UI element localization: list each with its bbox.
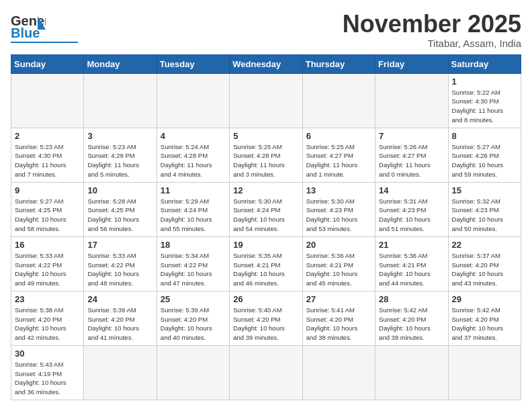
day-info: Sunrise: 5:42 AM Sunset: 4:20 PM Dayligh… bbox=[379, 306, 444, 342]
day-number: 9 bbox=[15, 185, 80, 195]
day-number: 11 bbox=[161, 185, 226, 195]
calendar-cell: 13Sunrise: 5:30 AM Sunset: 4:23 PM Dayli… bbox=[302, 182, 375, 236]
calendar-cell: 12Sunrise: 5:30 AM Sunset: 4:24 PM Dayli… bbox=[230, 182, 302, 236]
week-row-5: 30Sunrise: 5:43 AM Sunset: 4:19 PM Dayli… bbox=[11, 345, 521, 400]
day-info: Sunrise: 5:36 AM Sunset: 4:21 PM Dayligh… bbox=[306, 251, 371, 288]
calendar-cell: 20Sunrise: 5:36 AM Sunset: 4:21 PM Dayli… bbox=[302, 236, 375, 291]
day-number: 1 bbox=[452, 77, 517, 87]
day-info: Sunrise: 5:23 AM Sunset: 4:30 PM Dayligh… bbox=[15, 142, 80, 179]
weekday-header-saturday: Saturday bbox=[448, 54, 521, 73]
day-number: 19 bbox=[233, 240, 298, 250]
day-number: 29 bbox=[452, 294, 517, 304]
weekday-header-row: SundayMondayTuesdayWednesdayThursdayFrid… bbox=[11, 54, 521, 73]
day-number: 2 bbox=[15, 131, 80, 141]
day-info: Sunrise: 5:26 AM Sunset: 4:27 PM Dayligh… bbox=[379, 142, 444, 179]
day-info: Sunrise: 5:33 AM Sunset: 4:22 PM Dayligh… bbox=[87, 251, 152, 288]
day-number: 20 bbox=[306, 240, 371, 250]
calendar-cell: 19Sunrise: 5:35 AM Sunset: 4:21 PM Dayli… bbox=[230, 236, 302, 291]
calendar-cell bbox=[84, 73, 157, 128]
day-number: 13 bbox=[306, 185, 371, 195]
day-number: 10 bbox=[87, 185, 152, 195]
day-info: Sunrise: 5:31 AM Sunset: 4:23 PM Dayligh… bbox=[379, 197, 444, 234]
day-info: Sunrise: 5:38 AM Sunset: 4:20 PM Dayligh… bbox=[15, 306, 80, 342]
weekday-header-monday: Monday bbox=[84, 54, 157, 73]
location-subtitle: Titabar, Assam, India bbox=[343, 38, 521, 49]
day-number: 8 bbox=[452, 131, 517, 141]
month-title: November 2025 bbox=[343, 11, 521, 38]
calendar-cell bbox=[157, 73, 229, 128]
week-row-2: 9Sunrise: 5:27 AM Sunset: 4:25 PM Daylig… bbox=[11, 182, 521, 236]
calendar-cell: 15Sunrise: 5:32 AM Sunset: 4:23 PM Dayli… bbox=[448, 182, 521, 236]
weekday-header-thursday: Thursday bbox=[302, 54, 375, 73]
calendar-cell: 11Sunrise: 5:29 AM Sunset: 4:24 PM Dayli… bbox=[157, 182, 229, 236]
calendar-cell: 23Sunrise: 5:38 AM Sunset: 4:20 PM Dayli… bbox=[11, 291, 84, 345]
day-number: 18 bbox=[161, 240, 226, 250]
logo-icon: General Blue bbox=[11, 11, 46, 40]
week-row-0: 1Sunrise: 5:22 AM Sunset: 4:30 PM Daylig… bbox=[11, 73, 521, 128]
day-number: 27 bbox=[306, 294, 371, 304]
calendar-cell bbox=[230, 345, 302, 400]
calendar-cell: 1Sunrise: 5:22 AM Sunset: 4:30 PM Daylig… bbox=[448, 73, 521, 128]
day-number: 6 bbox=[306, 131, 371, 141]
weekday-header-friday: Friday bbox=[375, 54, 448, 73]
calendar-cell: 26Sunrise: 5:40 AM Sunset: 4:20 PM Dayli… bbox=[230, 291, 302, 345]
day-info: Sunrise: 5:34 AM Sunset: 4:22 PM Dayligh… bbox=[161, 251, 226, 288]
day-number: 12 bbox=[233, 185, 298, 195]
week-row-1: 2Sunrise: 5:23 AM Sunset: 4:30 PM Daylig… bbox=[11, 128, 521, 182]
calendar-cell: 2Sunrise: 5:23 AM Sunset: 4:30 PM Daylig… bbox=[11, 128, 84, 182]
day-number: 7 bbox=[379, 131, 444, 141]
day-info: Sunrise: 5:39 AM Sunset: 4:20 PM Dayligh… bbox=[87, 306, 152, 342]
logo: General Blue bbox=[11, 11, 78, 43]
day-number: 14 bbox=[379, 185, 444, 195]
title-block: November 2025 Titabar, Assam, India bbox=[343, 11, 521, 49]
calendar-cell: 27Sunrise: 5:41 AM Sunset: 4:20 PM Dayli… bbox=[302, 291, 375, 345]
weekday-header-sunday: Sunday bbox=[11, 54, 84, 73]
day-info: Sunrise: 5:43 AM Sunset: 4:19 PM Dayligh… bbox=[15, 360, 80, 397]
day-info: Sunrise: 5:23 AM Sunset: 4:29 PM Dayligh… bbox=[87, 142, 152, 179]
day-info: Sunrise: 5:25 AM Sunset: 4:28 PM Dayligh… bbox=[233, 142, 298, 179]
day-info: Sunrise: 5:27 AM Sunset: 4:25 PM Dayligh… bbox=[15, 197, 80, 234]
day-number: 28 bbox=[379, 294, 444, 304]
page-header: General Blue November 2025 Titabar, Assa… bbox=[11, 11, 521, 49]
calendar-cell: 4Sunrise: 5:24 AM Sunset: 4:28 PM Daylig… bbox=[157, 128, 229, 182]
calendar-cell: 24Sunrise: 5:39 AM Sunset: 4:20 PM Dayli… bbox=[84, 291, 157, 345]
day-info: Sunrise: 5:24 AM Sunset: 4:28 PM Dayligh… bbox=[161, 142, 226, 179]
day-number: 30 bbox=[15, 349, 80, 359]
day-number: 15 bbox=[452, 185, 517, 195]
day-number: 5 bbox=[233, 131, 298, 141]
calendar-cell bbox=[157, 345, 229, 400]
calendar-cell: 9Sunrise: 5:27 AM Sunset: 4:25 PM Daylig… bbox=[11, 182, 84, 236]
day-info: Sunrise: 5:29 AM Sunset: 4:24 PM Dayligh… bbox=[161, 197, 226, 234]
day-info: Sunrise: 5:25 AM Sunset: 4:27 PM Dayligh… bbox=[306, 142, 371, 179]
day-number: 3 bbox=[87, 131, 152, 141]
weekday-header-tuesday: Tuesday bbox=[157, 54, 229, 73]
calendar-cell: 21Sunrise: 5:36 AM Sunset: 4:21 PM Dayli… bbox=[375, 236, 448, 291]
day-number: 25 bbox=[161, 294, 226, 304]
calendar-cell: 10Sunrise: 5:28 AM Sunset: 4:25 PM Dayli… bbox=[84, 182, 157, 236]
calendar-cell: 14Sunrise: 5:31 AM Sunset: 4:23 PM Dayli… bbox=[375, 182, 448, 236]
day-info: Sunrise: 5:30 AM Sunset: 4:24 PM Dayligh… bbox=[233, 197, 298, 234]
calendar-cell: 22Sunrise: 5:37 AM Sunset: 4:20 PM Dayli… bbox=[448, 236, 521, 291]
calendar-cell bbox=[302, 345, 375, 400]
calendar-cell: 8Sunrise: 5:27 AM Sunset: 4:26 PM Daylig… bbox=[448, 128, 521, 182]
day-number: 24 bbox=[87, 294, 152, 304]
calendar-table: SundayMondayTuesdayWednesdayThursdayFrid… bbox=[11, 54, 521, 400]
day-number: 4 bbox=[161, 131, 226, 141]
svg-text:Blue: Blue bbox=[11, 26, 40, 40]
calendar-cell: 18Sunrise: 5:34 AM Sunset: 4:22 PM Dayli… bbox=[157, 236, 229, 291]
day-info: Sunrise: 5:22 AM Sunset: 4:30 PM Dayligh… bbox=[452, 88, 517, 125]
calendar-cell bbox=[11, 73, 84, 128]
day-info: Sunrise: 5:35 AM Sunset: 4:21 PM Dayligh… bbox=[233, 251, 298, 288]
logo-underline bbox=[11, 42, 78, 43]
week-row-3: 16Sunrise: 5:33 AM Sunset: 4:22 PM Dayli… bbox=[11, 236, 521, 291]
day-info: Sunrise: 5:32 AM Sunset: 4:23 PM Dayligh… bbox=[452, 197, 517, 234]
day-info: Sunrise: 5:30 AM Sunset: 4:23 PM Dayligh… bbox=[306, 197, 371, 234]
calendar-cell: 6Sunrise: 5:25 AM Sunset: 4:27 PM Daylig… bbox=[302, 128, 375, 182]
calendar-cell: 28Sunrise: 5:42 AM Sunset: 4:20 PM Dayli… bbox=[375, 291, 448, 345]
calendar-cell: 25Sunrise: 5:39 AM Sunset: 4:20 PM Dayli… bbox=[157, 291, 229, 345]
calendar-cell bbox=[375, 73, 448, 128]
day-number: 21 bbox=[379, 240, 444, 250]
calendar-cell: 16Sunrise: 5:33 AM Sunset: 4:22 PM Dayli… bbox=[11, 236, 84, 291]
day-info: Sunrise: 5:28 AM Sunset: 4:25 PM Dayligh… bbox=[87, 197, 152, 234]
calendar-cell: 7Sunrise: 5:26 AM Sunset: 4:27 PM Daylig… bbox=[375, 128, 448, 182]
